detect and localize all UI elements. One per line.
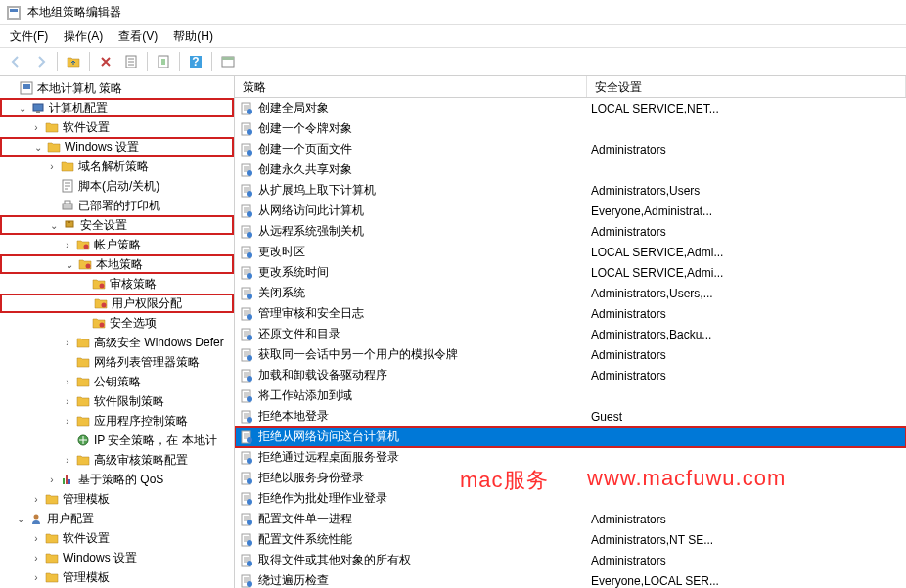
collapse-icon[interactable]: ⌄ [14,514,27,524]
expand-icon[interactable]: › [61,455,74,466]
expand-icon[interactable]: › [61,416,74,427]
policy-row[interactable]: 从远程系统强制关机Administrators [235,221,906,242]
tree-computer-config[interactable]: ⌄ 计算机配置 [0,98,234,117]
policy-row[interactable]: 拒绝本地登录Guest [235,406,906,427]
tree-root[interactable]: 本地计算机 策略 [0,78,234,98]
expand-icon[interactable]: › [45,161,59,172]
policy-item-icon [239,265,254,281]
expand-icon[interactable]: › [29,122,43,133]
tree-windows-settings[interactable]: ⌄ Windows 设置 [0,137,234,157]
tree-software-settings2[interactable]: › 软件设置 [0,528,234,548]
extra-button[interactable] [216,50,240,73]
tree-advanced-audit[interactable]: › 高级审核策略配置 [0,450,234,470]
policy-row[interactable]: 更改系统时间LOCAL SERVICE,Admi... [235,262,906,283]
tree-user-rights-assignment[interactable]: 用户权限分配 [0,294,234,313]
policy-row[interactable]: 从网络访问此计算机Everyone,Administrat... [235,201,906,221]
menubar: 文件(F) 操作(A) 查看(V) 帮助(H) [0,25,906,47]
policy-name-cell: 拒绝本地登录 [235,408,587,425]
tree-software-settings[interactable]: › 软件设置 [0,117,234,137]
tree-security-settings[interactable]: ⌄ 安全设置 [0,215,234,235]
tree-name-resolution[interactable]: › 域名解析策略 [0,157,234,176]
policy-item-icon [239,142,254,158]
policy-row[interactable]: 取得文件或其他对象的所有权Administrators [235,550,906,570]
refresh-button[interactable] [152,50,175,73]
policy-row[interactable]: 创建一个页面文件Administrators [235,139,906,159]
policy-value-cell: Administrators [587,225,906,239]
policy-row[interactable]: 拒绝作为批处理作业登录 [235,488,906,509]
policy-value-cell: Administrators [587,554,906,567]
delete-button[interactable] [94,50,117,73]
policy-row[interactable]: 创建全局对象LOCAL SERVICE,NET... [235,98,906,118]
expand-icon[interactable]: › [61,377,74,387]
menu-help[interactable]: 帮助(H) [167,26,219,47]
folder-icon [44,550,60,565]
policy-row[interactable]: 管理审核和安全日志Administrators [235,303,906,324]
expand-icon[interactable]: › [45,475,59,485]
policy-row[interactable]: 关闭系统Administrators,Users,... [235,283,906,303]
tree-pane[interactable]: 本地计算机 策略 ⌄ 计算机配置 › 软件设置 ⌄ Windows 设置 › 域 [0,76,235,588]
policy-name: 配置文件系统性能 [258,531,352,548]
tree-public-key[interactable]: › 公钥策略 [0,372,234,391]
policy-row[interactable]: 配置文件单一进程Administrators [235,509,906,529]
policy-row[interactable]: 获取同一会话中另一个用户的模拟令牌Administrators [235,344,906,365]
tree-deployed-printers[interactable]: 已部署的打印机 [0,196,234,215]
policy-row[interactable]: 加载和卸载设备驱动程序Administrators [235,365,906,385]
expand-icon[interactable]: › [61,338,74,348]
expand-icon[interactable]: › [29,553,43,564]
tree-account-policies[interactable]: › 帐户策略 [0,235,234,254]
tree-software-restriction[interactable]: › 软件限制策略 [0,391,234,411]
up-button[interactable] [62,50,85,73]
column-policy[interactable]: 策略 [235,76,587,97]
firewall-icon [75,335,91,350]
policy-name: 拒绝作为批处理作业登录 [258,490,387,507]
policy-row[interactable]: 配置文件系统性能Administrators,NT SE... [235,529,906,550]
policy-row[interactable]: 还原文件和目录Administrators,Backu... [235,324,906,344]
policy-row[interactable]: 创建一个令牌对象 [235,118,906,139]
column-security-setting[interactable]: 安全设置 [587,76,906,97]
collapse-icon[interactable]: ⌄ [31,142,45,153]
policy-row[interactable]: 拒绝通过远程桌面服务登录 [235,447,906,468]
tree-security-options[interactable]: 安全选项 [0,313,234,333]
tree-admin-templates[interactable]: › 管理模板 [0,489,234,509]
tree-local-policies[interactable]: ⌄ 本地策略 [0,254,234,274]
policy-row[interactable]: 将工作站添加到域 [235,385,906,406]
tree-app-control[interactable]: › 应用程序控制策略 [0,411,234,430]
tree-scripts[interactable]: 脚本(启动/关机) [0,176,234,196]
collapse-icon[interactable]: ⌄ [16,103,29,113]
tree-audit-policy[interactable]: 审核策略 [0,274,234,294]
policy-item-icon [239,286,254,301]
policy-row[interactable]: 更改时区LOCAL SERVICE,Admi... [235,242,906,262]
policy-row[interactable]: 从扩展坞上取下计算机Administrators,Users [235,180,906,201]
policy-row[interactable]: 拒绝以服务身份登录 [235,468,906,488]
tree-windows-settings2[interactable]: › Windows 设置 [0,548,234,567]
list-pane[interactable]: 策略 安全设置 创建全局对象LOCAL SERVICE,NET...创建一个令牌… [235,76,906,588]
expand-icon[interactable]: › [29,572,43,583]
tree-user-config[interactable]: ⌄ 用户配置 [0,509,234,528]
menu-view[interactable]: 查看(V) [113,26,163,47]
list-header: 策略 安全设置 [235,76,906,98]
policy-row[interactable]: 绕过遍历检查Everyone,LOCAL SER... [235,570,906,588]
toolbar-separator [57,52,58,71]
tree-admin-templates2[interactable]: › 管理模板 [0,567,234,587]
policy-folder-icon [91,315,107,331]
expand-icon[interactable]: › [61,396,74,407]
policy-row[interactable]: 创建永久共享对象 [235,159,906,180]
tree-network-list[interactable]: 网络列表管理器策略 [0,352,234,372]
collapse-icon[interactable]: ⌄ [47,220,61,231]
help-button[interactable]: ? [184,50,207,73]
toolbar-separator [211,52,212,71]
tree-ip-security[interactable]: IP 安全策略，在 本地计 [0,430,234,450]
tree-qos[interactable]: › 基于策略的 QoS [0,470,234,489]
toolbar: ? [0,47,906,76]
policy-name: 还原文件和目录 [258,326,340,342]
tree-windows-defender[interactable]: › 高级安全 Windows Defer [0,333,234,352]
expand-icon[interactable]: › [29,533,43,544]
collapse-icon[interactable]: ⌄ [63,259,76,270]
properties-button[interactable] [119,50,143,73]
menu-action[interactable]: 操作(A) [58,26,109,47]
expand-icon[interactable]: › [29,494,43,505]
policy-row[interactable]: 拒绝从网络访问这台计算机 [235,427,906,447]
policy-name-cell: 拒绝从网络访问这台计算机 [235,429,587,445]
expand-icon[interactable]: › [61,240,74,250]
menu-file[interactable]: 文件(F) [4,26,54,47]
